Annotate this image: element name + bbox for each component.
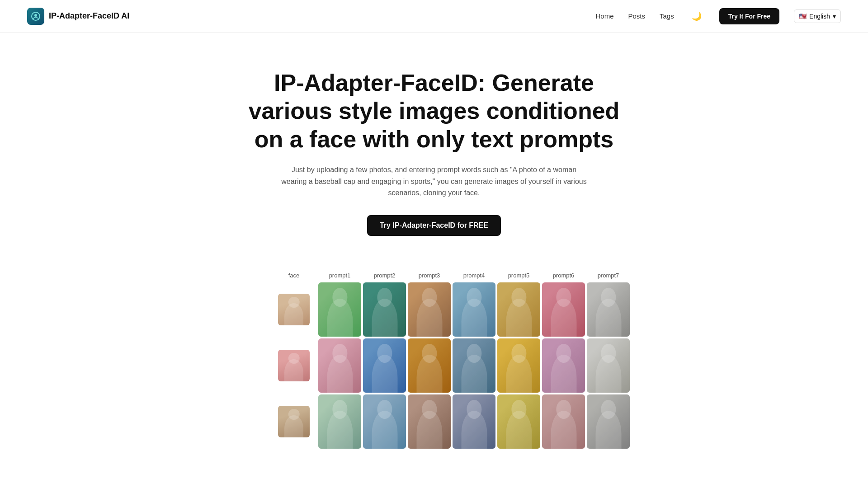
face-image-3	[278, 406, 310, 437]
gallery-section: face prompt1 prompt2 prompt3 prompt4 pro…	[262, 272, 606, 449]
gallery-image	[408, 282, 451, 337]
gallery-image	[363, 282, 406, 337]
gallery-image	[318, 338, 361, 393]
gallery-image	[453, 394, 495, 449]
gallery-image	[318, 394, 361, 449]
col-header-prompt7: prompt7	[587, 272, 630, 279]
gallery-image	[453, 338, 495, 393]
gallery-image	[363, 338, 406, 393]
gallery-image	[363, 394, 406, 449]
svg-point-1	[34, 14, 37, 17]
moon-icon: 🌙	[692, 11, 702, 21]
hero-title: IP-Adapter-FaceID: Generate various styl…	[240, 69, 628, 153]
gallery-column-headers: face prompt1 prompt2 prompt3 prompt4 pro…	[271, 272, 597, 279]
gallery-image	[497, 394, 540, 449]
logo-icon	[27, 8, 44, 25]
gallery-image	[497, 338, 540, 393]
face-cell-2	[271, 350, 316, 381]
col-header-prompt3: prompt3	[408, 272, 451, 279]
try-it-free-button[interactable]: Try It For Free	[719, 8, 779, 24]
gallery-image	[497, 282, 540, 337]
nav-tags[interactable]: Tags	[660, 12, 674, 20]
gallery-image	[542, 282, 585, 337]
chevron-down-icon: ▾	[833, 13, 836, 20]
face-image-2	[278, 350, 310, 381]
gallery-image	[542, 338, 585, 393]
nav-posts[interactable]: Posts	[628, 12, 646, 20]
table-row	[271, 338, 597, 393]
gallery-image	[587, 282, 630, 337]
gallery-image	[318, 282, 361, 337]
hero-description: Just by uploading a few photos, and ente…	[280, 164, 588, 199]
table-row	[271, 394, 597, 449]
face-cell-3	[271, 406, 316, 437]
col-header-prompt2: prompt2	[363, 272, 406, 279]
gallery-image	[542, 394, 585, 449]
face-image-1	[278, 294, 310, 325]
col-header-prompt1: prompt1	[318, 272, 361, 279]
dark-mode-toggle[interactable]: 🌙	[689, 8, 705, 24]
flag-icon: 🇺🇸	[799, 13, 807, 20]
col-header-face: face	[271, 272, 316, 279]
col-header-prompt4: prompt4	[453, 272, 495, 279]
face-cell-1	[271, 294, 316, 325]
gallery-image	[453, 282, 495, 337]
table-row	[271, 282, 597, 337]
gallery-image	[408, 394, 451, 449]
language-selector[interactable]: 🇺🇸 English ▾	[794, 9, 841, 23]
col-header-prompt5: prompt5	[497, 272, 540, 279]
site-title: IP-Adapter-FaceID AI	[49, 11, 129, 21]
language-label: English	[809, 13, 830, 20]
site-logo[interactable]: IP-Adapter-FaceID AI	[27, 8, 129, 25]
hero-cta-button[interactable]: Try IP-Adapter-FaceID for FREE	[367, 215, 501, 236]
col-header-prompt6: prompt6	[542, 272, 585, 279]
nav-links: Home Posts Tags 🌙 Try It For Free 🇺🇸 Eng…	[596, 8, 841, 24]
gallery-image	[587, 338, 630, 393]
gallery-image	[587, 394, 630, 449]
nav-home[interactable]: Home	[596, 12, 614, 20]
navbar: IP-Adapter-FaceID AI Home Posts Tags 🌙 T…	[0, 0, 868, 33]
gallery-image	[408, 338, 451, 393]
hero-section: IP-Adapter-FaceID: Generate various styl…	[231, 33, 637, 254]
